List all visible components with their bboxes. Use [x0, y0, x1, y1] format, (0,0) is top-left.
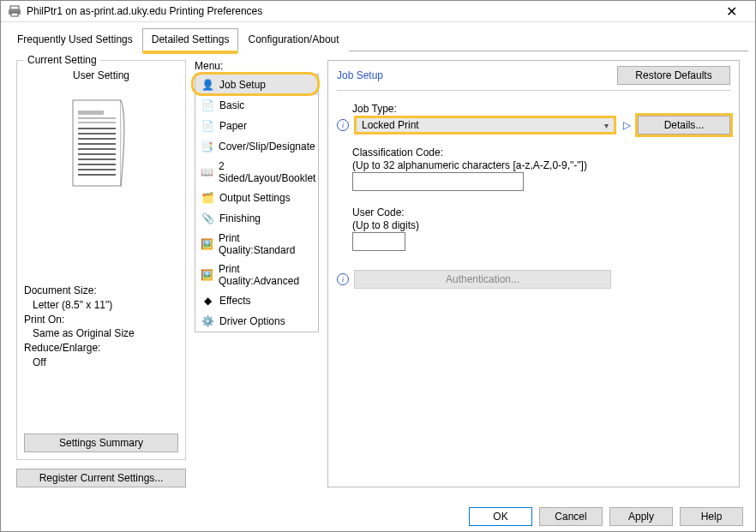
job-type-row: i Locked Print ▾ ▷ Details... — [337, 116, 730, 134]
close-button[interactable]: ✕ — [714, 3, 748, 20]
output-icon: 🗂️ — [201, 191, 214, 205]
current-setting-group: Current Setting User Setting — [16, 60, 186, 460]
quality-std-icon: 🖼️ — [201, 237, 213, 251]
menu-label: Menu: — [195, 60, 319, 72]
svg-rect-8 — [78, 133, 116, 134]
menu-item-label: Finishing — [219, 212, 261, 224]
tab-frequently-used[interactable]: Frequently Used Settings — [8, 28, 142, 51]
svg-rect-12 — [78, 153, 116, 155]
details-button[interactable]: Details... — [638, 116, 730, 134]
titlebar: PhilPtr1 on as-print.ad.uky.edu Printing… — [1, 1, 755, 22]
settings-summary-button[interactable]: Settings Summary — [24, 433, 178, 452]
chevron-down-icon: ▾ — [604, 121, 609, 130]
cancel-button[interactable]: Cancel — [539, 507, 603, 526]
user-code-hint: (Up to 8 digits) — [352, 219, 730, 231]
svg-rect-14 — [78, 164, 116, 165]
menu-item-output-settings[interactable]: 🗂️ Output Settings — [195, 188, 318, 208]
reduce-value: Off — [24, 356, 178, 370]
quality-adv-icon: 🖼️ — [201, 268, 213, 282]
gear-icon: ⚙️ — [201, 314, 214, 328]
menu-item-cover-slip[interactable]: 📑 Cover/Slip/Designate — [195, 136, 318, 157]
job-setup-icon: 👤 — [201, 78, 214, 92]
svg-rect-7 — [78, 128, 116, 129]
tab-content: Current Setting User Setting — [8, 51, 748, 496]
menu-item-label: 2 Sided/Layout/Booklet — [219, 160, 315, 184]
user-code-label: User Code: — [352, 206, 730, 218]
svg-rect-9 — [78, 138, 116, 140]
register-current-settings-button[interactable]: Register Current Settings... — [16, 469, 186, 487]
menu-item-label: Job Setup — [219, 79, 266, 91]
help-button[interactable]: Help — [680, 507, 743, 526]
svg-rect-10 — [78, 143, 116, 145]
menu-item-label: Output Settings — [219, 192, 291, 204]
menu-item-print-quality-standard[interactable]: 🖼️ Print Quality:Standard — [195, 229, 318, 260]
current-setting-legend: Current Setting — [24, 54, 100, 66]
info-icon[interactable]: i — [337, 273, 349, 285]
highlight-annotation — [142, 51, 239, 54]
menu-item-finishing[interactable]: 📎 Finishing — [195, 208, 318, 229]
menu-item-basic[interactable]: 📄 Basic — [195, 95, 318, 116]
page-preview — [24, 85, 178, 206]
menu-item-2sided-layout[interactable]: 📖 2 Sided/Layout/Booklet — [195, 157, 318, 188]
menu-item-effects[interactable]: ◆ Effects — [195, 290, 318, 311]
apply-button[interactable]: Apply — [609, 507, 673, 526]
job-type-select[interactable]: Locked Print ▾ — [354, 116, 616, 134]
menu-item-label: Driver Options — [219, 315, 285, 327]
menu-item-label: Cover/Slip/Designate — [219, 140, 315, 152]
classification-label: Classification Code: — [352, 146, 730, 158]
menu-item-label: Paper — [219, 120, 247, 132]
menu-item-label: Basic — [219, 99, 244, 111]
svg-rect-11 — [78, 148, 116, 150]
menu-item-label: Print Quality:Advanced — [219, 263, 313, 287]
menu-item-print-quality-advanced[interactable]: 🖼️ Print Quality:Advanced — [195, 260, 318, 290]
svg-rect-6 — [78, 122, 116, 123]
menu-column: Menu: 👤 Job Setup 📄 Basic 📄 Paper 📑 Cove… — [195, 60, 319, 487]
restore-defaults-button[interactable]: Restore Defaults — [617, 66, 730, 85]
tab-strip: Frequently Used Settings Detailed Settin… — [1, 22, 755, 51]
layout-icon: 📖 — [201, 165, 213, 179]
settings-panel: Job Setup Restore Defaults Job Type: i L… — [327, 60, 740, 487]
doc-size-label: Document Size: — [24, 284, 178, 298]
document-info: Document Size: Letter (8.5" x 11") Print… — [24, 284, 178, 370]
panel-header: Job Setup Restore Defaults — [337, 66, 730, 91]
left-column: Current Setting User Setting — [16, 60, 186, 487]
menu-item-label: Print Quality:Standard — [219, 232, 313, 256]
reduce-label: Reduce/Enlarge: — [24, 341, 178, 356]
ok-button[interactable]: OK — [469, 507, 532, 526]
classification-hint: (Up to 32 alphanumeric characters [a-z,A… — [352, 159, 730, 171]
paper-icon: 📄 — [201, 119, 214, 133]
print-on-value: Same as Original Size — [24, 326, 178, 341]
classification-input[interactable] — [352, 172, 524, 191]
finishing-icon: 📎 — [201, 212, 214, 225]
svg-rect-16 — [78, 174, 116, 176]
print-on-label: Print On: — [24, 313, 178, 327]
play-icon[interactable]: ▷ — [621, 119, 633, 131]
info-icon[interactable]: i — [337, 119, 349, 131]
panel-title: Job Setup — [337, 69, 617, 81]
tab-detailed-settings[interactable]: Detailed Settings — [142, 28, 239, 51]
menu-item-paper[interactable]: 📄 Paper — [195, 116, 318, 136]
printer-icon — [8, 4, 21, 18]
menu-item-job-setup[interactable]: 👤 Job Setup — [195, 75, 318, 95]
current-setting-name: User Setting — [24, 69, 178, 81]
auth-row: i Authentication... — [337, 270, 730, 289]
tab-configuration-about[interactable]: Configuration/About — [238, 28, 348, 51]
svg-rect-4 — [78, 111, 104, 115]
job-type-value: Locked Print — [362, 119, 419, 131]
menu-item-driver-options[interactable]: ⚙️ Driver Options — [195, 311, 318, 332]
menu-list: 👤 Job Setup 📄 Basic 📄 Paper 📑 Cover/Slip… — [195, 74, 319, 332]
svg-rect-13 — [78, 158, 116, 160]
job-type-label: Job Type: — [352, 103, 730, 115]
svg-rect-0 — [10, 6, 19, 9]
svg-rect-5 — [78, 117, 116, 119]
svg-rect-2 — [11, 13, 18, 16]
cover-icon: 📑 — [201, 140, 213, 153]
effects-icon: ◆ — [201, 294, 214, 308]
authentication-button: Authentication... — [354, 270, 611, 289]
user-code-input[interactable] — [352, 232, 405, 251]
doc-size-value: Letter (8.5" x 11") — [24, 298, 178, 313]
menu-item-label: Effects — [219, 295, 250, 307]
svg-rect-15 — [78, 169, 116, 170]
basic-icon: 📄 — [201, 99, 214, 112]
printing-preferences-window: PhilPtr1 on as-print.ad.uky.edu Printing… — [0, 0, 756, 532]
